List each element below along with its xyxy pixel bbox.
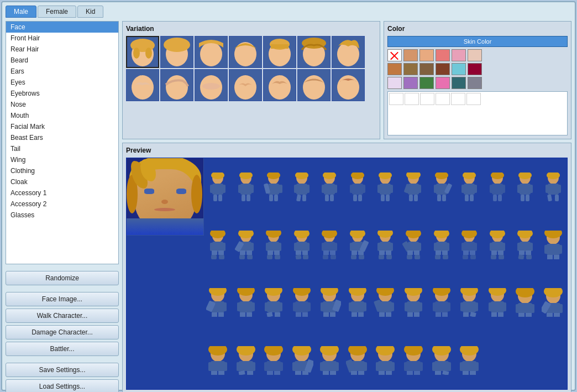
swatch-5[interactable]: [468, 49, 482, 61]
svg-rect-95: [490, 185, 494, 193]
sprite-29: [288, 274, 316, 332]
custom-swatch-2[interactable]: [420, 93, 434, 105]
swatch-13[interactable]: [403, 77, 418, 89]
variation-cell-13[interactable]: [332, 69, 365, 101]
swatch-7[interactable]: [403, 63, 418, 75]
sprite-27: [232, 274, 260, 332]
svg-point-14: [132, 75, 154, 100]
variation-cell-6[interactable]: [332, 36, 365, 68]
svg-rect-331: [238, 370, 245, 375]
swatch-6[interactable]: [387, 63, 402, 75]
variation-cell-5[interactable]: [297, 36, 331, 68]
feature-item-rear-hair[interactable]: Rear Hair: [6, 44, 118, 55]
variation-cell-8[interactable]: [160, 69, 193, 101]
custom-swatch-3[interactable]: [436, 93, 450, 105]
swatch-2[interactable]: [419, 49, 434, 61]
portrait-area: [127, 158, 204, 236]
sprite-0: [204, 158, 232, 216]
color-panel: Color Skin Color: [384, 21, 571, 139]
variation-cell-12[interactable]: [297, 69, 331, 101]
svg-rect-345: [295, 371, 301, 375]
swatch-17[interactable]: [468, 77, 482, 89]
swatch-16[interactable]: [452, 77, 466, 89]
tab-kid[interactable]: Kid: [77, 6, 103, 18]
feature-item-tail[interactable]: Tail: [6, 143, 118, 154]
load-settings-button[interactable]: Load Settings...: [6, 379, 119, 392]
variation-cell-10[interactable]: [229, 69, 262, 101]
feature-item-wing[interactable]: Wing: [6, 154, 118, 165]
svg-rect-105: [526, 195, 529, 201]
custom-swatch-5[interactable]: [466, 93, 481, 105]
swatch-9[interactable]: [436, 63, 450, 75]
swatch-10[interactable]: [452, 63, 466, 75]
svg-rect-246: [277, 302, 282, 311]
custom-swatch-1[interactable]: [405, 93, 419, 105]
tab-female[interactable]: Female: [38, 6, 76, 18]
feature-item-beast-ears[interactable]: Beast Ears: [6, 132, 118, 143]
save-settings-button[interactable]: Save Settings...: [6, 363, 119, 377]
svg-rect-116: [210, 243, 214, 251]
variation-cell-0[interactable]: [126, 36, 159, 68]
variation-cell-7[interactable]: [126, 69, 159, 101]
swatch-1[interactable]: [403, 49, 418, 61]
feature-item-front-hair[interactable]: Front Hair: [6, 33, 118, 44]
svg-point-3: [145, 48, 152, 59]
feature-item-accessory1[interactable]: Accessory 1: [6, 187, 118, 198]
swatch-cancel[interactable]: [387, 49, 402, 61]
feature-item-facial-mark[interactable]: Facial Mark: [6, 121, 118, 132]
svg-rect-269: [358, 312, 364, 317]
feature-item-glasses[interactable]: Glasses: [6, 210, 118, 221]
svg-rect-310: [518, 313, 524, 317]
sprite-6: [371, 158, 400, 216]
variation-cell-4[interactable]: [263, 36, 296, 68]
feature-item-eyes[interactable]: Eyes: [6, 77, 118, 88]
variation-cell-3[interactable]: [229, 36, 262, 68]
feature-item-accessory2[interactable]: Accessory 2: [6, 198, 118, 210]
variation-cell-9[interactable]: [195, 69, 228, 101]
custom-swatch-4[interactable]: [451, 93, 465, 105]
feature-item-ears[interactable]: Ears: [6, 66, 118, 77]
variation-cell-2[interactable]: [195, 36, 228, 68]
svg-rect-172: [379, 250, 385, 255]
svg-rect-121: [219, 255, 224, 259]
svg-rect-119: [218, 250, 224, 255]
swatch-4[interactable]: [452, 49, 466, 61]
battler-button[interactable]: Battler...: [6, 342, 119, 356]
damage-character-button[interactable]: Damage Character...: [6, 325, 119, 339]
swatch-12[interactable]: [387, 77, 402, 89]
variation-cell-11[interactable]: [263, 69, 296, 101]
feature-item-beard[interactable]: Beard: [6, 55, 118, 66]
sprite-2: [260, 158, 288, 216]
walk-character-button[interactable]: Walk Character...: [6, 309, 119, 323]
sprite-42: [288, 332, 316, 390]
swatch-11[interactable]: [468, 63, 482, 75]
svg-rect-388: [470, 371, 476, 375]
randomize-button[interactable]: Randomize: [6, 271, 119, 285]
tab-male[interactable]: Male: [6, 6, 36, 18]
svg-rect-366: [379, 371, 385, 375]
feature-item-mouth[interactable]: Mouth: [6, 110, 118, 121]
sprite-40: [232, 332, 260, 390]
svg-rect-181: [407, 250, 413, 255]
feature-item-nose[interactable]: Nose: [6, 99, 118, 110]
tab-bar: Male Female Kid: [6, 6, 571, 18]
feature-item-clothing[interactable]: Clothing: [6, 165, 118, 176]
svg-rect-311: [526, 313, 532, 317]
feature-item-cloak[interactable]: Cloak: [6, 176, 118, 187]
swatch-15[interactable]: [436, 77, 450, 89]
variation-cell-1[interactable]: [160, 36, 193, 68]
svg-rect-295: [473, 302, 478, 311]
feature-item-face[interactable]: Face: [6, 22, 118, 33]
swatch-14[interactable]: [419, 77, 434, 89]
face-image-button[interactable]: Face Image...: [6, 292, 119, 306]
skin-color-button[interactable]: Skin Color: [387, 36, 568, 47]
swatch-3[interactable]: [436, 49, 450, 61]
svg-rect-70: [386, 195, 390, 201]
custom-swatch-0[interactable]: [389, 93, 403, 105]
svg-rect-322: [208, 362, 214, 371]
svg-rect-69: [381, 195, 385, 201]
swatch-8[interactable]: [419, 63, 434, 75]
feature-item-eyebrows[interactable]: Eyebrows: [6, 88, 118, 99]
svg-rect-216: [528, 243, 533, 251]
svg-rect-174: [379, 255, 384, 259]
